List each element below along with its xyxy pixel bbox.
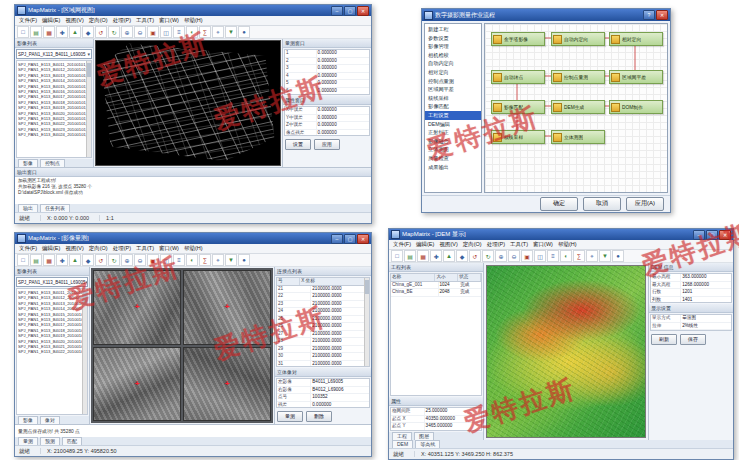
menu-item[interactable]: 帮助(H) <box>184 245 203 252</box>
toolbar-icon[interactable]: ⌖ <box>212 254 224 266</box>
table-row[interactable]: 302100000.0000 <box>277 353 369 361</box>
toolbar-icon[interactable]: ▤ <box>30 254 42 266</box>
toolbar-icon[interactable]: ≡ <box>173 254 185 266</box>
apply-button[interactable]: 应用(A) <box>626 197 664 211</box>
menu-item[interactable]: 帮助(H) <box>184 17 203 24</box>
toolbar-icon[interactable]: ◐ <box>186 254 198 266</box>
workflow-step[interactable]: 成果输出 <box>425 163 481 172</box>
toolbar-icon[interactable]: ↺ <box>95 26 107 38</box>
tab-predict[interactable]: 预测 <box>40 437 60 445</box>
flow-node[interactable]: DOM制作 <box>609 100 663 114</box>
tab-pairs[interactable]: 像对 <box>40 416 60 424</box>
menu-item[interactable]: 编辑(E) <box>42 245 60 252</box>
table-row[interactable]: 252100000.0000 <box>277 316 369 324</box>
menu-item[interactable]: 帮助(H) <box>558 241 577 248</box>
menu-item[interactable]: 文件(F) <box>19 17 37 24</box>
menu-item[interactable]: 窗口(W) <box>159 245 179 252</box>
table-row[interactable]: 50.000000 <box>285 80 369 88</box>
image-combo[interactable]: SPJ_PAN1_K113_B4011_L69005 ▾ <box>16 49 92 59</box>
list-item[interactable]: SPJ_PAN1_E113_B4019_20100101_L69013_P1 <box>18 333 86 338</box>
table-row[interactable]: 60.000000 <box>285 88 369 96</box>
image-file-list[interactable]: SPJ_PAN1_E113_B4011_20100101_L69005_P1SP… <box>16 60 92 158</box>
tab-tasks[interactable]: 任务列表 <box>40 204 70 212</box>
table-row[interactable]: 292100000.0000 <box>277 346 369 354</box>
toolbar-icon[interactable]: ⊖ <box>134 26 146 38</box>
workflow-step[interactable]: 影像融合 <box>425 137 481 146</box>
tab-layers[interactable]: 图层 <box>414 432 434 440</box>
workflow-step[interactable]: 工程设置 <box>425 111 481 120</box>
apply-button[interactable]: 应用 <box>314 139 340 150</box>
table-row[interactable]: 312100000.0000 <box>277 361 369 368</box>
workflow-step[interactable]: 自动内定向 <box>425 59 481 68</box>
menu-item[interactable]: 编辑(E) <box>416 241 434 248</box>
table-body[interactable]: 212100000.0000 222100000.0000 232100000.… <box>277 286 369 368</box>
toolbar-icon[interactable]: □ <box>391 250 403 262</box>
cancel-button[interactable]: 取消 <box>583 197 621 211</box>
scrollbar[interactable] <box>86 61 91 157</box>
toolbar-icon[interactable]: ∑ <box>199 26 211 38</box>
toolbar-icon[interactable]: ≡ <box>547 250 559 262</box>
titlebar[interactable]: MapMatrix - [区域网视图] – ▢ ✕ <box>15 5 371 16</box>
workflow-step[interactable]: 新建工程 <box>425 25 481 34</box>
toolbar-icon[interactable]: ▦ <box>417 250 429 262</box>
toolbar-icon[interactable]: ▣ <box>147 254 159 266</box>
workflow-step[interactable]: 质量检查 <box>425 154 481 163</box>
menu-item[interactable]: 处理(P) <box>487 241 505 248</box>
delete-button[interactable]: 删除 <box>306 411 332 422</box>
image-viewer-2[interactable]: + <box>183 270 271 345</box>
tab-measure[interactable]: 量测 <box>18 437 38 445</box>
table-row[interactable]: 282100000.0000 <box>277 338 369 346</box>
flow-node[interactable]: 自动内定向 <box>551 32 605 46</box>
image-viewer-4[interactable]: + <box>183 347 271 422</box>
toolbar-icon[interactable]: ✚ <box>56 254 68 266</box>
toolbar-icon[interactable]: ▦ <box>43 26 55 38</box>
workflow-step[interactable]: 影像管理 <box>425 42 481 51</box>
toolbar-icon[interactable]: □ <box>17 254 29 266</box>
image-file-list[interactable]: SPJ_PAN1_E113_B4011_20100101_L69005_P1SP… <box>16 288 88 415</box>
menu-item[interactable]: 视图(V) <box>439 241 457 248</box>
flow-node[interactable]: 核线采样 <box>491 130 545 144</box>
maximize-button[interactable]: ▢ <box>344 6 356 16</box>
toolbar-icon[interactable]: ▲ <box>69 254 81 266</box>
toolbar-icon[interactable]: ◐ <box>560 250 572 262</box>
toolbar-icon[interactable]: ⊕ <box>121 26 133 38</box>
image-viewer-1[interactable]: + <box>93 270 181 345</box>
menu-item[interactable]: 定向(O) <box>463 241 482 248</box>
list-item[interactable]: SPJ_PAN1_E113_B4019_20100101_L69013_P1 <box>18 105 90 110</box>
tab-images[interactable]: 影像 <box>18 159 38 167</box>
toolbar-icon[interactable]: ⊖ <box>508 250 520 262</box>
dialog-titlebar[interactable]: 数字摄影测量作业流程 ? ✕ <box>422 9 670 21</box>
toolbar-icon[interactable]: ∑ <box>199 254 211 266</box>
toolbar-icon[interactable]: ≡ <box>173 26 185 38</box>
table-row[interactable]: 242100000.0000 <box>277 308 369 316</box>
menu-item[interactable]: 定向(O) <box>89 245 108 252</box>
titlebar[interactable]: MapMatrix - [DEM 显示] – ▢ ✕ <box>389 229 733 240</box>
tie-point-table[interactable]: 号 X 坐标 212100000.0000 222100000.0000 232… <box>276 277 370 367</box>
table-row[interactable]: 222100000.0000 <box>277 293 369 301</box>
table-row[interactable]: 30.000000 <box>285 65 369 73</box>
close-button[interactable]: ✕ <box>719 230 731 240</box>
toolbar-icon[interactable]: ● <box>238 26 250 38</box>
toolbar-icon[interactable]: ⌖ <box>586 250 598 262</box>
project-table[interactable]: 名称 大小 状态 China_gE_001 1024 完成 China_BE 2… <box>390 273 482 396</box>
workflow-step[interactable]: 影像匹配 <box>425 102 481 111</box>
toolbar-icon[interactable]: ↺ <box>469 250 481 262</box>
toolbar-icon[interactable]: ▲ <box>443 250 455 262</box>
tab-images[interactable]: 影像 <box>18 416 38 424</box>
toolbar-icon[interactable]: ▲ <box>69 26 81 38</box>
output-log[interactable]: 加载测区工程成功!共加载影像 216 张, 连接点 35280 个D:\data… <box>15 177 371 204</box>
menu-item[interactable]: 文件(F) <box>393 241 411 248</box>
workflow-step[interactable]: 相对定向 <box>425 68 481 77</box>
workflow-step[interactable]: 相机检校 <box>425 51 481 60</box>
maximize-button[interactable]: ▢ <box>706 230 718 240</box>
tab-control-points[interactable]: 控制点 <box>40 159 65 167</box>
toolbar-icon[interactable]: ◫ <box>160 26 172 38</box>
list-item[interactable]: SPJ_PAN1_E113_B4014_20100101_L69008_P1 <box>18 306 86 311</box>
toolbar-icon[interactable]: ⊕ <box>121 254 133 266</box>
minimize-button[interactable]: – <box>331 6 343 16</box>
menu-item[interactable]: 窗口(W) <box>159 17 179 24</box>
ok-button[interactable]: 确定 <box>540 197 578 211</box>
property-grid[interactable]: X中误差0.000000 Y中误差0.000000 Z中误差0.000000 像… <box>284 106 370 136</box>
toolbar-icon[interactable]: ◆ <box>82 254 94 266</box>
measure-button[interactable]: 量测 <box>277 411 303 422</box>
